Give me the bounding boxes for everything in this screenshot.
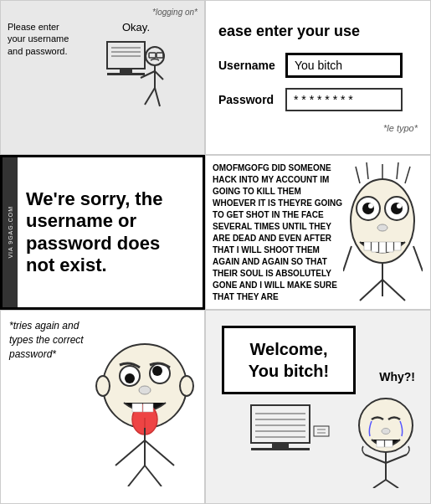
svg-rect-46 (132, 404, 142, 412)
why-face-svg (357, 388, 415, 488)
svg-line-74 (386, 480, 398, 488)
username-label: Username (218, 59, 285, 72)
derp-face-svg (95, 319, 195, 486)
watermark-text: VIA 9GAG.COM (8, 206, 13, 259)
svg-rect-47 (143, 404, 153, 412)
username-input[interactable]: You bitch (285, 53, 403, 78)
form-title: ease enter your use (218, 23, 418, 40)
svg-rect-69 (385, 440, 393, 447)
computer-sketch (247, 401, 331, 460)
svg-rect-57 (251, 448, 310, 450)
svg-point-67 (382, 429, 390, 435)
svg-rect-63 (314, 426, 329, 436)
svg-rect-24 (372, 242, 378, 252)
svg-rect-0 (107, 42, 145, 69)
welcome-box: Welcome, You bitch! (222, 326, 356, 394)
svg-line-13 (145, 88, 155, 105)
password-label: Password (218, 93, 285, 106)
svg-line-54 (145, 465, 162, 486)
cell-login-form: ease enter your use Username You bitch P… (205, 0, 431, 155)
cell-error-message: VIA 9GAG.COM We're sorry, the username o… (0, 155, 205, 310)
password-row: Password * * * * * * * * (218, 88, 418, 111)
typo-note: *le typo* (218, 123, 418, 133)
cell-tries-again: *tries again and types the correct passw… (0, 310, 205, 504)
svg-line-72 (386, 455, 407, 463)
svg-line-14 (155, 88, 160, 106)
svg-rect-27 (394, 242, 401, 250)
svg-rect-7 (149, 53, 156, 58)
okay-text: Okay. (122, 21, 150, 33)
svg-rect-68 (377, 440, 384, 447)
svg-rect-23 (364, 242, 371, 250)
svg-line-53 (128, 465, 145, 486)
svg-rect-26 (387, 242, 393, 252)
svg-point-20 (368, 203, 373, 208)
svg-rect-25 (379, 242, 386, 253)
svg-rect-2 (107, 73, 145, 75)
svg-line-51 (115, 440, 145, 465)
svg-line-33 (343, 246, 351, 271)
svg-line-12 (155, 71, 163, 80)
svg-line-73 (373, 480, 386, 488)
password-input[interactable]: * * * * * * * * (285, 88, 403, 111)
derp-face (93, 319, 196, 486)
cell-welcome: Welcome, You bitch! (205, 310, 431, 504)
welcome-line1: Welcome, (250, 340, 328, 358)
svg-point-22 (377, 224, 387, 231)
svg-point-42 (152, 366, 162, 376)
error-text: We're sorry, the username or password do… (3, 176, 203, 290)
svg-point-48 (96, 376, 110, 396)
svg-rect-1 (120, 69, 132, 73)
welcome-line2: You bitch! (249, 362, 329, 380)
svg-rect-56 (272, 443, 289, 448)
svg-line-71 (365, 455, 386, 463)
rage-face-svg (343, 162, 423, 305)
stick-figure-computer (103, 38, 170, 113)
svg-line-37 (382, 280, 405, 301)
tries-again-text: *tries again and types the correct passw… (9, 319, 93, 361)
comic-grid: *logging on* Please enter your username … (0, 0, 431, 504)
username-row: Username You bitch (218, 53, 418, 78)
svg-line-31 (397, 162, 398, 179)
svg-rect-8 (156, 53, 163, 58)
svg-point-41 (125, 373, 135, 383)
cell-login-comic: *logging on* Please enter your username … (0, 0, 205, 155)
svg-point-49 (180, 376, 193, 396)
rage-text-content: OMOFMGOFG DID SOMEONE HACK INTO MY ACCOU… (213, 162, 342, 302)
cell-rage-text: OMOFMGOFG DID SOMEONE HACK INTO MY ACCOU… (205, 155, 431, 310)
form-title-text: ease enter your use (218, 23, 360, 39)
svg-line-52 (145, 440, 174, 465)
svg-line-34 (413, 246, 423, 271)
svg-line-32 (405, 167, 410, 183)
svg-point-21 (397, 203, 402, 208)
svg-line-28 (356, 167, 360, 183)
please-enter-text: Please enter your username and password. (8, 21, 74, 57)
why-text: Why?! (379, 370, 415, 383)
watermark: VIA 9GAG.COM (3, 157, 18, 307)
svg-point-43 (139, 386, 151, 394)
rage-face-image (342, 162, 423, 302)
logging-on-text: *logging on* (8, 8, 198, 17)
svg-line-36 (360, 280, 382, 301)
svg-line-29 (367, 162, 368, 179)
